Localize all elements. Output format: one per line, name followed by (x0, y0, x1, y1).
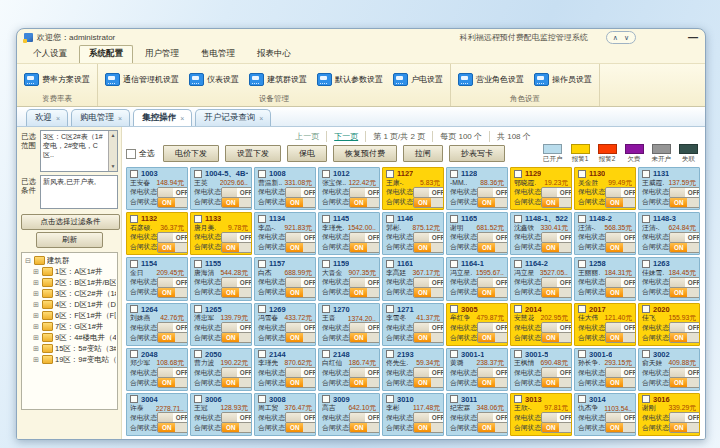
card-checkbox[interactable] (258, 215, 266, 223)
card-checkbox[interactable] (130, 215, 138, 223)
switch-state-toggle[interactable]: ON (413, 332, 444, 343)
card-checkbox[interactable] (194, 260, 202, 268)
switch-state-toggle[interactable]: ON (541, 287, 572, 298)
menu-item[interactable]: 个人设置 (23, 45, 77, 63)
card-checkbox[interactable] (322, 215, 330, 223)
card-checkbox[interactable] (514, 305, 522, 313)
card-checkbox[interactable] (386, 395, 394, 403)
card-checkbox[interactable] (578, 170, 586, 178)
menu-item[interactable]: 报表中心 (247, 45, 301, 63)
switch-state-toggle[interactable]: ON (349, 287, 380, 298)
supply-state-toggle[interactable]: OFF (605, 187, 636, 198)
card-checkbox[interactable] (642, 260, 650, 268)
switch-state-toggle[interactable]: ON (541, 422, 572, 433)
menu-item[interactable]: 售电管理 (191, 45, 245, 63)
switch-state-toggle[interactable]: ON (669, 332, 700, 343)
switch-state-toggle[interactable]: ON (285, 287, 316, 298)
card-checkbox[interactable] (514, 260, 522, 268)
card-checkbox[interactable] (386, 305, 394, 313)
expand-node-icon[interactable]: ⊞ (33, 321, 40, 332)
minimize-button[interactable]: — (688, 34, 698, 42)
toolbar-button[interactable]: 保电 (287, 145, 327, 162)
switch-state-toggle[interactable]: ON (669, 422, 700, 433)
supply-state-toggle[interactable]: OFF (413, 187, 444, 198)
switch-state-toggle[interactable]: ON (413, 197, 444, 208)
card-checkbox[interactable] (194, 215, 202, 223)
switch-state-toggle[interactable]: ON (477, 332, 508, 343)
toolbar-button[interactable]: 电价下发 (163, 145, 219, 162)
switch-state-toggle[interactable]: ON (157, 332, 188, 343)
supply-state-toggle[interactable]: OFF (669, 187, 700, 198)
selected-condition-box[interactable]: 新风表,已开户表, (40, 175, 118, 209)
card-checkbox[interactable] (130, 170, 138, 178)
switch-state-toggle[interactable]: ON (157, 422, 188, 433)
select-all-checkbox[interactable] (126, 149, 136, 159)
card-checkbox[interactable] (386, 350, 394, 358)
supply-state-toggle[interactable]: OFF (285, 187, 316, 198)
switch-state-toggle[interactable]: ON (349, 242, 380, 253)
card-checkbox[interactable] (450, 260, 458, 268)
card-checkbox[interactable] (642, 170, 650, 178)
card-checkbox[interactable] (322, 170, 330, 178)
card-checkbox[interactable] (322, 395, 330, 403)
switch-state-toggle[interactable]: ON (669, 242, 700, 253)
supply-state-toggle[interactable]: OFF (157, 187, 188, 198)
tree-item[interactable]: ⊞ 7区：G区1#井 (25, 321, 116, 332)
card-checkbox[interactable] (386, 170, 394, 178)
switch-state-toggle[interactable]: ON (221, 242, 252, 253)
document-tab[interactable]: 欢迎 × (26, 109, 68, 126)
scroll-up-icon[interactable]: ▲ (111, 131, 116, 140)
switch-state-toggle[interactable]: ON (477, 242, 508, 253)
card-checkbox[interactable] (642, 215, 650, 223)
switch-state-toggle[interactable]: ON (541, 242, 572, 253)
switch-state-toggle[interactable]: ON (157, 377, 188, 388)
expand-node-icon[interactable]: ⊞ (33, 332, 40, 343)
switch-state-toggle[interactable]: ON (221, 377, 252, 388)
supply-state-toggle[interactable]: OFF (541, 187, 572, 198)
switch-state-toggle[interactable]: ON (477, 197, 508, 208)
switch-state-toggle[interactable]: ON (413, 287, 444, 298)
card-checkbox[interactable] (386, 215, 394, 223)
card-checkbox[interactable] (642, 395, 650, 403)
ribbon-button[interactable]: 通信管理机设置 (105, 73, 179, 86)
card-checkbox[interactable] (450, 305, 458, 313)
card-checkbox[interactable] (642, 305, 650, 313)
switch-state-toggle[interactable]: ON (285, 422, 316, 433)
tree-item[interactable]: ⊞ 1区：A区1#井 (25, 266, 116, 277)
ribbon-button[interactable]: 建筑群设置 (249, 73, 307, 86)
card-checkbox[interactable] (450, 350, 458, 358)
card-checkbox[interactable] (322, 260, 330, 268)
pick-filter-button[interactable]: 点击选择过滤条件 (21, 214, 120, 230)
supply-state-toggle[interactable]: OFF (477, 187, 508, 198)
document-tab[interactable]: 开户记录查询 × (195, 109, 271, 126)
switch-state-toggle[interactable]: ON (157, 287, 188, 298)
card-checkbox[interactable] (578, 305, 586, 313)
menu-item[interactable]: 用户管理 (135, 45, 189, 63)
ribbon-button[interactable]: 营业角色设置 (458, 73, 524, 86)
ribbon-button[interactable]: 户电设置 (393, 73, 443, 86)
switch-state-toggle[interactable]: ON (285, 377, 316, 388)
card-checkbox[interactable] (130, 305, 138, 313)
prev-page-link[interactable]: 上一页 (288, 131, 326, 142)
tree-item[interactable]: ⊞ 4区：D区1#井（D区1.. (25, 299, 116, 310)
switch-state-toggle[interactable]: ON (413, 422, 444, 433)
supply-state-toggle[interactable]: OFF (221, 187, 252, 198)
selected-range-listbox[interactable]: 3区：C区2#表（1#变电，2#变电，C区.. ▲ ▼ (40, 130, 118, 172)
switch-state-toggle[interactable]: ON (669, 287, 700, 298)
toolbar-button[interactable]: 恢复预付费 (333, 145, 397, 162)
switch-state-toggle[interactable]: ON (349, 422, 380, 433)
ribbon-button[interactable]: 操作员设置 (534, 73, 592, 86)
next-page-link[interactable]: 下一页 (326, 131, 365, 142)
switch-state-toggle[interactable]: ON (541, 197, 572, 208)
toolbar-button[interactable]: 抄表写卡 (449, 145, 505, 162)
card-checkbox[interactable] (130, 350, 138, 358)
switch-state-toggle[interactable]: ON (477, 287, 508, 298)
card-checkbox[interactable] (258, 350, 266, 358)
switch-state-toggle[interactable]: ON (477, 422, 508, 433)
switch-state-toggle[interactable]: ON (221, 332, 252, 343)
collapse-up-icon[interactable]: ∧ (613, 34, 618, 42)
expand-node-icon[interactable]: ⊞ (33, 277, 40, 288)
card-checkbox[interactable] (450, 170, 458, 178)
switch-state-toggle[interactable]: ON (349, 197, 380, 208)
tab-close-icon[interactable]: × (56, 115, 60, 122)
